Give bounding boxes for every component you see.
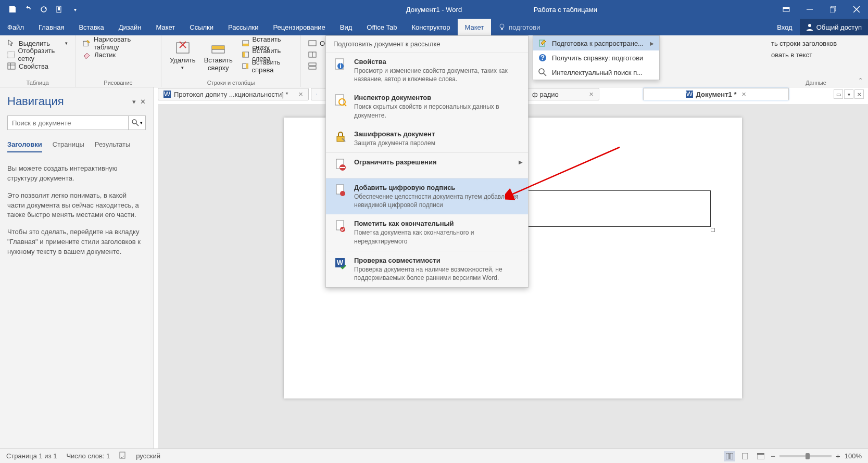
tell-me-text: подготови [509,23,540,31]
share-button[interactable]: Общий доступ [800,19,868,35]
svg-rect-54 [726,453,729,459]
view-web-layout-icon[interactable] [755,451,766,461]
save-icon[interactable] [5,2,20,17]
svg-point-51 [132,120,136,124]
close-tab-icon[interactable]: ✕ [298,91,303,98]
svg-rect-9 [501,28,503,30]
tellme-help-item[interactable]: ? Получить справку: подготови [533,50,659,65]
close-tab-icon[interactable]: ✕ [589,91,594,98]
new-tab-icon[interactable]: ▭ [834,89,843,99]
prepare-icon [538,39,547,47]
svg-text:W: W [686,91,693,98]
nav-tab-pages[interactable]: Страницы [53,140,84,152]
tellme-prepare-item[interactable]: Подготовка к распростране...▶ [533,36,659,50]
lock-icon [333,130,348,145]
doc-tab-active[interactable]: WДокумент1 *✕ [643,88,789,100]
collapse-ribbon-icon[interactable]: ⌃ [858,77,863,84]
menu-item-restrict-permission[interactable]: Ограничить разрешения ▶ [326,152,528,178]
table-tools-context-title: Работа с таблицами [534,6,597,14]
doc-tab[interactable]: ф радио✕ [526,88,599,100]
menu-item-add-digital-signature[interactable]: Добавить цифровую подписьОбеспечение цел… [326,178,528,214]
doc-tab[interactable]: WПротокол допиту ...кциональности] *✕ [158,88,309,100]
tell-me-box[interactable]: подготови [491,19,547,35]
zoom-in-button[interactable]: + [836,452,840,460]
svg-text:W: W [164,91,171,98]
tab-layout[interactable]: Макет [148,19,182,35]
tab-review[interactable]: Рецензирование [266,19,332,35]
person-icon [806,23,813,31]
menu-item-run-compatibility-checker[interactable]: W Проверка совместимостиПроверка докумен… [326,251,528,287]
tellme-smart-lookup-item[interactable]: Интеллектуальный поиск п... [533,65,659,80]
view-gridlines-button[interactable]: Отобразить сетку [4,49,71,60]
convert-to-text-button[interactable]: овать в текст [768,49,840,60]
search-icon [538,68,547,76]
undo-icon[interactable] [21,2,35,17]
eraser-button[interactable]: Ластик [80,49,157,60]
close-all-tabs-icon[interactable]: ✕ [854,89,864,99]
redo-icon[interactable] [36,2,51,17]
close-tab-icon[interactable]: ✕ [741,91,746,98]
tab-insert[interactable]: Вставка [71,19,111,35]
properties-button[interactable]: Свойства [4,60,71,72]
doc-tab[interactable]: Ка [311,88,326,100]
menu-item-mark-as-final[interactable]: Пометить как окончательныйПометка докуме… [326,214,528,250]
svg-point-30 [539,69,544,74]
status-language[interactable]: русский [136,452,160,460]
svg-rect-12 [8,63,15,69]
insert-right-button[interactable]: Вставить справа [239,60,296,72]
tab-home[interactable]: Главная [31,19,71,35]
nav-search-button[interactable]: ▾ [128,115,146,130]
compat-check-icon: W [333,256,348,271]
restore-icon[interactable] [821,0,845,19]
qat-more-icon[interactable]: ▾ [68,2,82,17]
nav-tab-headings[interactable]: Заголовки [7,140,42,152]
nav-tab-results[interactable]: Результаты [95,140,130,152]
zoom-level[interactable]: 100% [845,452,862,460]
svg-rect-56 [743,453,748,459]
nav-close-icon[interactable]: ✕ [140,98,146,106]
svg-rect-16 [212,46,224,49]
window-controls [774,0,868,19]
tab-table-design[interactable]: Конструктор [404,19,457,35]
table-resize-handle[interactable] [711,228,715,232]
sign-in-button[interactable]: Вход [770,19,799,35]
tab-table-layout[interactable]: Макет [458,19,492,35]
inspect-icon [333,94,348,108]
draw-table-button[interactable]: Нарисовать таблицу [80,37,157,49]
zoom-out-button[interactable]: − [771,452,775,460]
status-proofing-icon[interactable] [119,452,127,460]
menu-item-encrypt[interactable]: Зашифровать документЗащита документа пар… [326,125,528,152]
minimize-icon[interactable] [798,0,821,19]
touch-mode-icon[interactable] [52,2,67,17]
view-read-mode-icon[interactable] [724,451,735,461]
insert-above-button[interactable]: Вставить сверху [200,37,237,73]
repeat-header-rows-button[interactable]: ть строки заголовков [768,37,840,49]
tab-view[interactable]: Вид [333,19,360,35]
prepare-menu-title: Подготовить документ к рассылке [326,36,528,53]
status-page[interactable]: Страница 1 из 1 [6,452,57,460]
nav-empty-state: Вы можете создать интерактивную структур… [7,164,146,257]
tell-me-results-menu: Подготовка к распростране...▶ ? Получить… [533,35,660,80]
tab-references[interactable]: Ссылки [182,19,221,35]
tab-dropdown-icon[interactable]: ▾ [844,89,853,99]
chevron-right-icon: ▶ [650,41,654,46]
delete-button[interactable]: Удалить▾ [166,37,200,71]
svg-rect-58 [757,453,764,455]
status-word-count[interactable]: Число слов: 1 [66,452,110,460]
nav-dropdown-icon[interactable]: ▾ [132,98,136,106]
svg-rect-25 [309,63,316,66]
group-label-data: Данные [768,79,864,86]
help-icon: ? [538,54,547,62]
ribbon-display-options-icon[interactable] [774,0,798,19]
tab-file[interactable]: Файл [0,19,31,35]
tab-officetab[interactable]: Office Tab [359,19,404,35]
menu-item-properties[interactable]: i СвойстваПросмотр и изменение свойств д… [326,53,528,88]
view-print-layout-icon[interactable] [739,451,751,461]
menu-item-inspect-document[interactable]: Инспектор документовПоиск скрытых свойст… [326,88,528,124]
nav-search-input[interactable] [7,115,128,130]
tab-design[interactable]: Дизайн [111,19,149,35]
svg-rect-22 [246,63,248,68]
close-icon[interactable] [845,0,868,19]
zoom-slider[interactable] [779,455,832,457]
tab-mailings[interactable]: Рассылки [221,19,266,35]
